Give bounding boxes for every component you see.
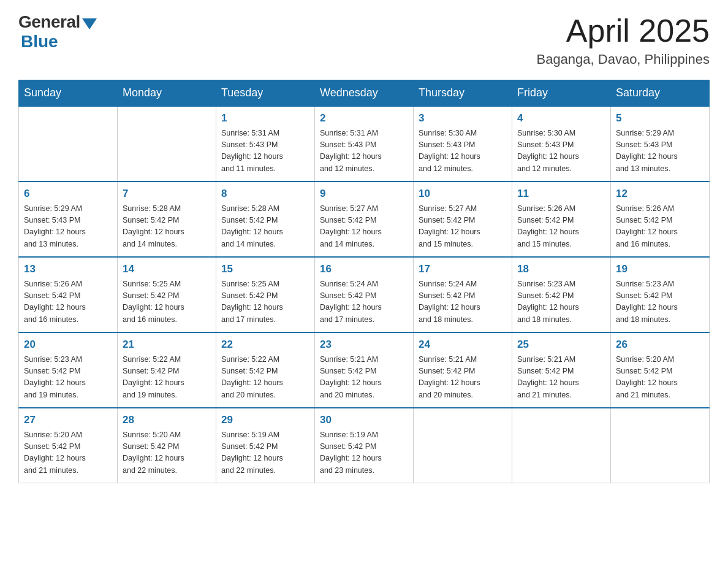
day-number: 4 xyxy=(517,110,605,126)
calendar-cell: 12Sunrise: 5:26 AMSunset: 5:42 PMDayligh… xyxy=(611,182,710,257)
calendar-cell: 26Sunrise: 5:20 AMSunset: 5:42 PMDayligh… xyxy=(611,332,710,408)
calendar-cell: 25Sunrise: 5:21 AMSunset: 5:42 PMDayligh… xyxy=(512,332,611,408)
calendar-header-monday: Monday xyxy=(118,80,216,107)
day-info: Sunrise: 5:21 AMSunset: 5:42 PMDaylight:… xyxy=(419,354,507,402)
calendar-week-row: 13Sunrise: 5:26 AMSunset: 5:42 PMDayligh… xyxy=(19,257,710,332)
day-number: 5 xyxy=(616,110,704,126)
day-info: Sunrise: 5:22 AMSunset: 5:42 PMDaylight:… xyxy=(221,354,309,402)
day-number: 24 xyxy=(419,337,507,353)
day-number: 16 xyxy=(320,261,408,277)
logo-arrow-icon xyxy=(82,18,97,29)
day-info: Sunrise: 5:28 AMSunset: 5:42 PMDaylight:… xyxy=(221,203,309,251)
calendar-cell xyxy=(414,408,512,483)
day-number: 2 xyxy=(320,110,408,126)
calendar-cell: 2Sunrise: 5:31 AMSunset: 5:43 PMDaylight… xyxy=(315,106,414,182)
day-info: Sunrise: 5:23 AMSunset: 5:42 PMDaylight:… xyxy=(517,278,605,326)
calendar-header-thursday: Thursday xyxy=(414,80,512,107)
day-number: 20 xyxy=(24,337,112,353)
day-info: Sunrise: 5:30 AMSunset: 5:43 PMDaylight:… xyxy=(517,128,605,175)
calendar-cell: 5Sunrise: 5:29 AMSunset: 5:43 PMDaylight… xyxy=(611,106,710,182)
day-number: 22 xyxy=(221,337,309,353)
calendar-header-saturday: Saturday xyxy=(611,80,710,107)
day-info: Sunrise: 5:23 AMSunset: 5:42 PMDaylight:… xyxy=(24,354,112,402)
day-info: Sunrise: 5:19 AMSunset: 5:42 PMDaylight:… xyxy=(320,429,408,477)
day-info: Sunrise: 5:20 AMSunset: 5:42 PMDaylight:… xyxy=(123,429,211,477)
day-number: 26 xyxy=(616,337,704,353)
day-number: 30 xyxy=(320,412,408,428)
calendar-cell: 21Sunrise: 5:22 AMSunset: 5:42 PMDayligh… xyxy=(118,332,216,408)
title-section: April 2025 Baganga, Davao, Philippines xyxy=(536,12,710,67)
logo: General Blue xyxy=(18,12,97,52)
calendar-header-sunday: Sunday xyxy=(19,80,118,107)
calendar-cell: 8Sunrise: 5:28 AMSunset: 5:42 PMDaylight… xyxy=(216,182,315,257)
day-number: 3 xyxy=(419,110,507,126)
day-info: Sunrise: 5:28 AMSunset: 5:42 PMDaylight:… xyxy=(123,203,211,251)
calendar-cell: 7Sunrise: 5:28 AMSunset: 5:42 PMDaylight… xyxy=(118,182,216,257)
day-info: Sunrise: 5:20 AMSunset: 5:42 PMDaylight:… xyxy=(24,429,112,477)
day-info: Sunrise: 5:19 AMSunset: 5:42 PMDaylight:… xyxy=(221,429,309,477)
day-info: Sunrise: 5:26 AMSunset: 5:42 PMDaylight:… xyxy=(616,203,704,251)
calendar-cell: 19Sunrise: 5:23 AMSunset: 5:42 PMDayligh… xyxy=(611,257,710,332)
calendar-cell: 22Sunrise: 5:22 AMSunset: 5:42 PMDayligh… xyxy=(216,332,315,408)
location-subtitle: Baganga, Davao, Philippines xyxy=(536,52,710,67)
calendar-header-friday: Friday xyxy=(512,80,611,107)
day-info: Sunrise: 5:26 AMSunset: 5:42 PMDaylight:… xyxy=(517,203,605,251)
day-info: Sunrise: 5:21 AMSunset: 5:42 PMDaylight:… xyxy=(517,354,605,402)
day-info: Sunrise: 5:23 AMSunset: 5:42 PMDaylight:… xyxy=(616,278,704,326)
day-info: Sunrise: 5:27 AMSunset: 5:42 PMDaylight:… xyxy=(320,203,408,251)
day-info: Sunrise: 5:30 AMSunset: 5:43 PMDaylight:… xyxy=(419,128,507,175)
day-number: 15 xyxy=(221,261,309,277)
day-info: Sunrise: 5:29 AMSunset: 5:43 PMDaylight:… xyxy=(616,128,704,175)
calendar-cell: 11Sunrise: 5:26 AMSunset: 5:42 PMDayligh… xyxy=(512,182,611,257)
calendar-cell: 24Sunrise: 5:21 AMSunset: 5:42 PMDayligh… xyxy=(414,332,512,408)
calendar-cell: 27Sunrise: 5:20 AMSunset: 5:42 PMDayligh… xyxy=(19,408,118,483)
day-number: 9 xyxy=(320,186,408,202)
calendar-cell: 20Sunrise: 5:23 AMSunset: 5:42 PMDayligh… xyxy=(19,332,118,408)
calendar-cell: 3Sunrise: 5:30 AMSunset: 5:43 PMDaylight… xyxy=(414,106,512,182)
calendar-cell: 13Sunrise: 5:26 AMSunset: 5:42 PMDayligh… xyxy=(19,257,118,332)
calendar-cell: 30Sunrise: 5:19 AMSunset: 5:42 PMDayligh… xyxy=(315,408,414,483)
day-number: 19 xyxy=(616,261,704,277)
day-number: 28 xyxy=(123,412,211,428)
day-info: Sunrise: 5:24 AMSunset: 5:42 PMDaylight:… xyxy=(419,278,507,326)
day-info: Sunrise: 5:21 AMSunset: 5:42 PMDaylight:… xyxy=(320,354,408,402)
calendar-week-row: 1Sunrise: 5:31 AMSunset: 5:43 PMDaylight… xyxy=(19,106,710,182)
calendar-week-row: 27Sunrise: 5:20 AMSunset: 5:42 PMDayligh… xyxy=(19,408,710,483)
day-number: 14 xyxy=(123,261,211,277)
day-number: 18 xyxy=(517,261,605,277)
day-number: 10 xyxy=(419,186,507,202)
day-number: 27 xyxy=(24,412,112,428)
day-number: 21 xyxy=(123,337,211,353)
day-info: Sunrise: 5:31 AMSunset: 5:43 PMDaylight:… xyxy=(221,128,309,175)
day-number: 1 xyxy=(221,110,309,126)
day-number: 13 xyxy=(24,261,112,277)
day-number: 23 xyxy=(320,337,408,353)
day-info: Sunrise: 5:26 AMSunset: 5:42 PMDaylight:… xyxy=(24,278,112,326)
logo-general-text: General xyxy=(18,12,80,32)
calendar-cell: 10Sunrise: 5:27 AMSunset: 5:42 PMDayligh… xyxy=(414,182,512,257)
calendar-cell: 9Sunrise: 5:27 AMSunset: 5:42 PMDaylight… xyxy=(315,182,414,257)
calendar-header-wednesday: Wednesday xyxy=(315,80,414,107)
calendar-cell: 6Sunrise: 5:29 AMSunset: 5:43 PMDaylight… xyxy=(19,182,118,257)
calendar-header-row: SundayMondayTuesdayWednesdayThursdayFrid… xyxy=(19,80,710,107)
day-info: Sunrise: 5:20 AMSunset: 5:42 PMDaylight:… xyxy=(616,354,704,402)
calendar-week-row: 6Sunrise: 5:29 AMSunset: 5:43 PMDaylight… xyxy=(19,182,710,257)
calendar-cell: 14Sunrise: 5:25 AMSunset: 5:42 PMDayligh… xyxy=(118,257,216,332)
day-number: 29 xyxy=(221,412,309,428)
day-number: 12 xyxy=(616,186,704,202)
calendar-table: SundayMondayTuesdayWednesdayThursdayFrid… xyxy=(18,80,710,483)
day-info: Sunrise: 5:22 AMSunset: 5:42 PMDaylight:… xyxy=(123,354,211,402)
calendar-cell xyxy=(118,106,216,182)
calendar-cell: 1Sunrise: 5:31 AMSunset: 5:43 PMDaylight… xyxy=(216,106,315,182)
day-number: 17 xyxy=(419,261,507,277)
logo-blue-text: Blue xyxy=(21,32,58,52)
day-number: 7 xyxy=(123,186,211,202)
calendar-cell: 17Sunrise: 5:24 AMSunset: 5:42 PMDayligh… xyxy=(414,257,512,332)
calendar-cell xyxy=(512,408,611,483)
page-header: General Blue April 2025 Baganga, Davao, … xyxy=(18,12,710,67)
calendar-cell: 15Sunrise: 5:25 AMSunset: 5:42 PMDayligh… xyxy=(216,257,315,332)
day-number: 11 xyxy=(517,186,605,202)
calendar-cell xyxy=(611,408,710,483)
day-info: Sunrise: 5:25 AMSunset: 5:42 PMDaylight:… xyxy=(123,278,211,326)
calendar-cell: 29Sunrise: 5:19 AMSunset: 5:42 PMDayligh… xyxy=(216,408,315,483)
